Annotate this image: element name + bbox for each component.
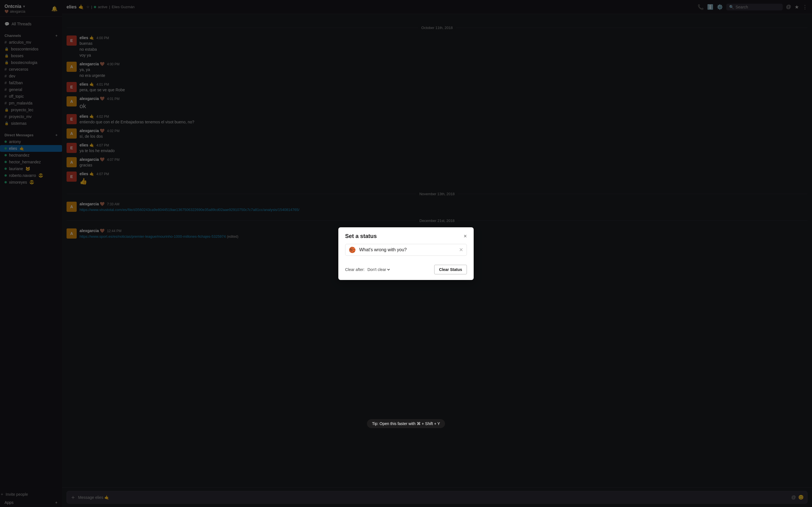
status-input-clear-button[interactable]: ✕ bbox=[458, 245, 464, 254]
clear-after-select[interactable]: Don't clear bbox=[366, 267, 391, 272]
status-modal: Set a status × 🏀 ✕ Clear after: Don't cl… bbox=[338, 227, 474, 280]
clear-after-dropdown[interactable]: Clear after: Don't clear bbox=[345, 267, 391, 272]
status-text-input[interactable] bbox=[357, 244, 458, 255]
modal-title: Set a status bbox=[345, 233, 377, 239]
keyboard-shortcut-tooltip: Tip: Open this faster with ⌘ + Shift + Y bbox=[367, 419, 445, 428]
modal-overlay[interactable]: Set a status × 🏀 ✕ Clear after: Don't cl… bbox=[0, 0, 812, 507]
status-emoji-button[interactable]: 🏀 bbox=[348, 244, 357, 256]
clear-status-button[interactable]: Clear Status bbox=[434, 265, 467, 274]
status-input-row: 🏀 ✕ bbox=[345, 244, 467, 256]
modal-close-button[interactable]: × bbox=[463, 233, 467, 239]
modal-body: 🏀 ✕ bbox=[338, 244, 474, 262]
modal-header: Set a status × bbox=[338, 227, 474, 244]
modal-footer: Clear after: Don't clear Clear Status bbox=[338, 262, 474, 280]
